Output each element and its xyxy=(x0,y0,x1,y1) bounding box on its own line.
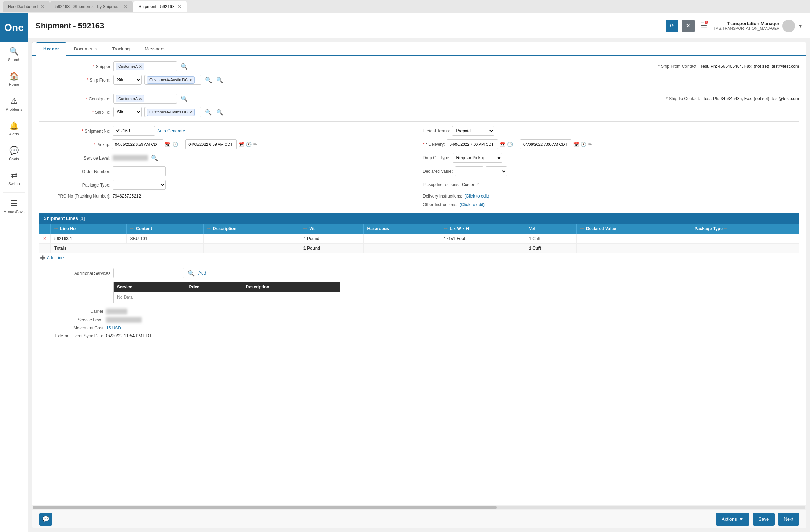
col-edit-icon[interactable]: ✏ xyxy=(207,227,210,231)
next-button[interactable]: Next xyxy=(778,513,799,526)
delivery-from-input[interactable] xyxy=(447,139,498,149)
shipper-input[interactable]: CustomerA × xyxy=(113,61,177,71)
additional-services-section: Additional Services 🔍 Add Service Price xyxy=(39,268,799,303)
ship-to-location-tag: CustomerA-Dallas DC × xyxy=(147,109,195,116)
delivery-to-edit-icon[interactable]: ✏ xyxy=(588,142,592,147)
sidebar-item-label: Chats xyxy=(9,157,19,161)
tab-label: Neo Dashboard xyxy=(8,4,38,9)
shipper-search-button[interactable]: 🔍 xyxy=(180,62,188,71)
tab-messages[interactable]: Messages xyxy=(137,42,173,56)
pickup-to-input[interactable] xyxy=(185,139,237,149)
col-edit-icon[interactable]: ✏ xyxy=(54,227,58,231)
tab-close-icon[interactable]: ✕ xyxy=(40,4,45,10)
ship-to-location-input[interactable]: CustomerA-Dallas DC × xyxy=(144,107,201,117)
cell-vol: 1 Cuft xyxy=(525,234,576,244)
bottom-bar: 💬 Actions ▼ Save Next xyxy=(32,510,806,528)
add-line-button[interactable]: ➕ Add Line xyxy=(39,253,64,262)
consignee-search-button[interactable]: 🔍 xyxy=(180,95,188,103)
row-delete-icon[interactable]: ✕ xyxy=(43,236,47,241)
delivery-instructions-value[interactable]: (Click to edit) xyxy=(464,194,489,199)
pickup-from-input[interactable] xyxy=(112,139,163,149)
actions-button[interactable]: Actions ▼ xyxy=(716,513,749,526)
pickup-to-clock-icon[interactable]: 🕐 xyxy=(246,142,252,147)
sidebar-item-label: Home xyxy=(9,82,19,87)
tab-header[interactable]: Header xyxy=(36,42,66,56)
sidebar-item-menus-favs[interactable]: ☰ Menus/Favs xyxy=(0,194,28,219)
additional-services-search-button[interactable]: 🔍 xyxy=(187,269,196,277)
col-edit-icon[interactable]: ✏ xyxy=(724,227,727,231)
totals-vol: 1 Cuft xyxy=(525,244,576,253)
delivery-label: * Delivery: xyxy=(423,142,445,147)
pickup-calendar-icon[interactable]: 📅 xyxy=(165,142,171,147)
service-level-search-button[interactable]: 🔍 xyxy=(150,154,159,162)
auto-generate-link[interactable]: Auto Generate xyxy=(157,128,185,133)
close-button[interactable]: ✕ xyxy=(682,20,695,32)
sidebar-item-search[interactable]: 🔍 Search xyxy=(0,42,28,67)
ship-from-search2-button[interactable]: 🔍 xyxy=(215,76,224,84)
movement-cost-row: Movement Cost 15 USD xyxy=(39,326,799,331)
shipper-tag-remove[interactable]: × xyxy=(139,64,142,69)
delivery-clock-icon[interactable]: 🕐 xyxy=(507,142,513,147)
col-content: ✏ Content xyxy=(126,224,203,234)
add-service-link[interactable]: Add xyxy=(198,271,206,276)
col-edit-icon[interactable]: ✏ xyxy=(303,227,307,231)
order-number-input[interactable] xyxy=(113,166,166,176)
ship-from-location-input[interactable]: CustomerA-Austin DC × xyxy=(144,75,201,85)
sidebar-item-switch[interactable]: ⇄ Switch xyxy=(0,166,28,191)
sidebar-item-alerts[interactable]: 🔔 Alerts xyxy=(0,116,28,141)
col-edit-icon[interactable]: ✏ xyxy=(130,227,133,231)
pickup-clock-icon[interactable]: 🕐 xyxy=(172,142,178,147)
pickup-delivery-row: Pickup: 📅 🕐 - 📅 🕐 ✏ * Deliv xyxy=(39,139,799,149)
footer-info: Carrier Service Level Movement Cost 15 U… xyxy=(39,309,799,338)
ship-to-search2-button[interactable]: 🔍 xyxy=(215,108,224,116)
pickup-edit-icon[interactable]: ✏ xyxy=(253,142,257,147)
main-card: Header Documents Tracking Messages Shipp… xyxy=(32,42,806,528)
tab-tracking[interactable]: Tracking xyxy=(105,42,137,56)
delivery-to-input[interactable] xyxy=(520,139,571,149)
consignee-input[interactable]: CustomerA × xyxy=(113,94,177,104)
drop-off-type-select[interactable]: Regular Pickup xyxy=(453,153,502,163)
refresh-button[interactable]: ↺ xyxy=(666,20,678,32)
consignee-tag-remove[interactable]: × xyxy=(139,96,142,101)
cell-hazardous xyxy=(363,234,440,244)
service-level-footer-row: Service Level xyxy=(39,317,799,323)
declared-value-input[interactable] xyxy=(455,166,483,176)
user-info[interactable]: Transportation Manager TMS.TRANSPORTATIO… xyxy=(713,20,803,32)
ship-from-search-button[interactable]: 🔍 xyxy=(204,76,213,84)
shipment-no-input[interactable] xyxy=(113,126,155,136)
additional-services-input[interactable] xyxy=(113,268,184,278)
package-type-select[interactable] xyxy=(113,180,166,190)
chat-button[interactable]: 💬 xyxy=(39,513,52,526)
freight-terms-select[interactable]: Prepaid xyxy=(452,126,494,136)
menu-button[interactable]: ☰ 1 xyxy=(700,21,707,31)
movement-cost-value[interactable]: 15 USD xyxy=(106,326,121,331)
bell-icon: 🔔 xyxy=(9,121,19,131)
sidebar-item-chats[interactable]: 💬 Chats xyxy=(0,141,28,166)
chevron-down-icon[interactable]: ▼ xyxy=(798,23,803,29)
other-instructions-value[interactable]: (Click to edit) xyxy=(460,202,485,207)
delivery-to-calendar-icon[interactable]: 📅 xyxy=(573,142,579,147)
tab-close-icon[interactable]: ✕ xyxy=(124,4,128,10)
tab-neo-dashboard[interactable]: Neo Dashboard ✕ xyxy=(3,1,50,12)
ship-to-type-select[interactable]: Site xyxy=(113,107,142,117)
ship-to-search-button[interactable]: 🔍 xyxy=(204,108,213,116)
pickup-to-calendar-icon[interactable]: 📅 xyxy=(238,142,244,147)
tab-shipments-list[interactable]: 592163 - Shipments : by Shipme... ✕ xyxy=(50,1,133,12)
tab-shipment-detail[interactable]: Shipment - 592163 ✕ xyxy=(133,1,186,12)
horizontal-scrollbar[interactable] xyxy=(32,505,806,510)
save-button[interactable]: Save xyxy=(753,513,775,526)
delivery-calendar-icon[interactable]: 📅 xyxy=(499,142,505,147)
totals-label: Totals xyxy=(51,244,204,253)
col-edit-icon[interactable]: ✏ xyxy=(580,227,584,231)
sidebar-item-problems[interactable]: ⚠ Problems xyxy=(0,92,28,116)
col-edit-icon[interactable]: ✏ xyxy=(444,227,447,231)
tab-close-icon[interactable]: ✕ xyxy=(177,4,182,10)
ship-to-tag-remove[interactable]: × xyxy=(189,110,192,115)
ship-from-type-select[interactable]: Site xyxy=(113,75,142,85)
delivery-to-clock-icon[interactable]: 🕐 xyxy=(580,142,586,147)
declared-value-unit-select[interactable] xyxy=(486,166,507,176)
search-icon: 🔍 xyxy=(9,47,19,56)
sidebar-item-home[interactable]: 🏠 Home xyxy=(0,67,28,92)
ship-from-tag-remove[interactable]: × xyxy=(189,77,192,83)
tab-documents[interactable]: Documents xyxy=(66,42,105,56)
